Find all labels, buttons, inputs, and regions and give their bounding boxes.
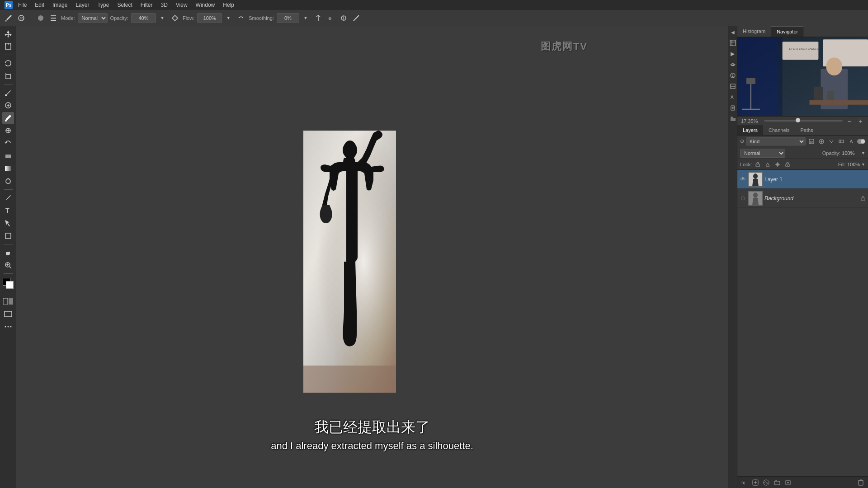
flow-input[interactable] <box>197 13 222 23</box>
silhouette-svg <box>303 131 396 393</box>
blur-tool[interactable] <box>2 175 14 187</box>
zoom-in-icon[interactable]: + <box>856 117 864 125</box>
lock-pixels-btn[interactable] <box>754 160 762 169</box>
new-layer-button[interactable] <box>783 478 793 487</box>
quick-mask-icon[interactable] <box>2 296 14 307</box>
fill-dropdown-icon[interactable]: ▼ <box>861 162 865 167</box>
filter-btn-3[interactable] <box>827 137 835 145</box>
group-layers-button[interactable] <box>773 478 782 487</box>
lock-position-btn[interactable] <box>774 160 782 169</box>
menu-edit[interactable]: Edit <box>31 1 48 9</box>
more-tools-icon[interactable] <box>2 321 14 333</box>
opacity-input[interactable] <box>131 13 156 23</box>
svg-point-2 <box>5 20 7 22</box>
tab-layers[interactable]: Layers <box>737 125 763 135</box>
menu-select[interactable]: Select <box>113 1 136 9</box>
fx-button[interactable]: fx <box>740 478 749 487</box>
move-tool[interactable] <box>2 28 14 40</box>
angle-icon[interactable]: ⊕ <box>326 13 336 23</box>
flow-settings-icon[interactable] <box>236 13 246 23</box>
filter-btn-1[interactable]: px <box>807 137 816 145</box>
menu-filter[interactable]: Filter <box>137 1 156 9</box>
airbrush-icon[interactable] <box>170 13 180 23</box>
layer-1-visibility[interactable]: 👁 <box>739 176 746 183</box>
brush-size-icon[interactable]: 30 <box>16 13 26 23</box>
clone-tool[interactable] <box>2 125 14 136</box>
delete-layer-button[interactable] <box>856 478 865 487</box>
mode-select[interactable]: Normal <box>78 13 108 23</box>
svg-text:T: T <box>5 207 9 214</box>
symmetry-icon[interactable] <box>313 13 323 23</box>
fill-value[interactable]: 100% <box>847 162 860 167</box>
panel-icon-1[interactable] <box>729 39 737 47</box>
tab-navigator[interactable]: Navigator <box>771 26 804 37</box>
menu-window[interactable]: Window <box>192 1 219 9</box>
eraser-tool[interactable] <box>2 150 14 162</box>
lasso-tool[interactable] <box>2 57 14 69</box>
tab-channels[interactable]: Channels <box>763 125 795 135</box>
filter-btn-5[interactable] <box>847 137 855 145</box>
zoom-out-icon[interactable]: − <box>845 117 854 125</box>
layer-row-background[interactable]: ⊙ Background <box>737 189 868 208</box>
crop-tool[interactable] <box>2 70 14 82</box>
panel-icon-4[interactable] <box>729 71 737 80</box>
menu-file[interactable]: File <box>14 1 30 9</box>
zoom-track[interactable] <box>764 120 843 122</box>
blend-mode-select[interactable]: Normal <box>740 149 785 158</box>
panel-icon-8[interactable] <box>729 115 737 123</box>
smoothing-input[interactable] <box>277 13 299 23</box>
tool-sep-2 <box>4 84 13 84</box>
panel-icon-7[interactable] <box>729 104 737 112</box>
shape-tool[interactable] <box>2 230 14 242</box>
menu-type[interactable]: Type <box>94 1 113 9</box>
background-visibility[interactable]: ⊙ <box>739 195 746 202</box>
panel-icon-5[interactable] <box>729 82 737 90</box>
svg-rect-62 <box>731 117 733 121</box>
pressure-icon[interactable] <box>339 13 349 23</box>
text-tool[interactable]: T <box>2 205 14 216</box>
panel-icon-2[interactable]: ▶ <box>729 50 737 58</box>
tab-histogram[interactable]: Histogram <box>737 26 771 37</box>
filter-toggle[interactable] <box>857 137 865 145</box>
smoothing-arrow-icon[interactable]: ▼ <box>301 13 311 23</box>
panel-icon-6[interactable]: A <box>729 93 737 101</box>
hand-tool[interactable] <box>2 247 14 258</box>
menu-3d[interactable]: 3D <box>157 1 171 9</box>
brush-tool-icon[interactable] <box>4 13 14 23</box>
filter-btn-2[interactable] <box>817 137 826 145</box>
tab-paths[interactable]: Paths <box>795 125 819 135</box>
adjustment-layer-button[interactable] <box>762 478 771 487</box>
pen-pressure-icon[interactable] <box>351 13 361 23</box>
eyedropper-tool[interactable] <box>2 87 14 99</box>
healing-tool[interactable] <box>2 99 14 111</box>
lock-artboard-btn[interactable] <box>783 160 792 169</box>
artboard-tool[interactable] <box>2 41 14 52</box>
brush-settings-icon[interactable] <box>48 13 58 23</box>
menu-layer[interactable]: Layer <box>72 1 93 9</box>
menu-image[interactable]: Image <box>49 1 71 9</box>
brush-preset-icon[interactable] <box>36 13 46 23</box>
zoom-thumb[interactable] <box>796 118 800 122</box>
layer-row-1[interactable]: 👁 Layer 1 <box>737 170 868 189</box>
history-brush-tool[interactable] <box>2 137 14 149</box>
filter-btn-4[interactable] <box>837 137 845 145</box>
opacity-dropdown-icon[interactable]: ▼ <box>861 151 865 155</box>
pen-tool[interactable] <box>2 192 14 204</box>
add-mask-button[interactable] <box>751 478 760 487</box>
gradient-tool[interactable] <box>2 163 14 174</box>
filter-select[interactable]: Kind <box>746 137 806 145</box>
path-selection-tool[interactable] <box>2 217 14 229</box>
lock-art-btn[interactable] <box>764 160 772 169</box>
menu-view[interactable]: View <box>172 1 191 9</box>
background-color[interactable] <box>6 281 14 289</box>
panel-icon-3[interactable] <box>729 61 737 69</box>
menu-help[interactable]: Help <box>219 1 238 9</box>
collapse-panel-icon[interactable]: ◀ <box>729 28 737 36</box>
opacity-arrow-icon[interactable]: ▼ <box>157 13 167 23</box>
screen-mode-icon[interactable] <box>2 308 14 320</box>
flow-arrow-icon[interactable]: ▼ <box>223 13 233 23</box>
svg-rect-31 <box>5 166 11 171</box>
brush-tool[interactable] <box>2 112 14 124</box>
zoom-tool[interactable] <box>2 259 14 271</box>
opacity-value-layers[interactable]: 100% <box>842 150 860 156</box>
